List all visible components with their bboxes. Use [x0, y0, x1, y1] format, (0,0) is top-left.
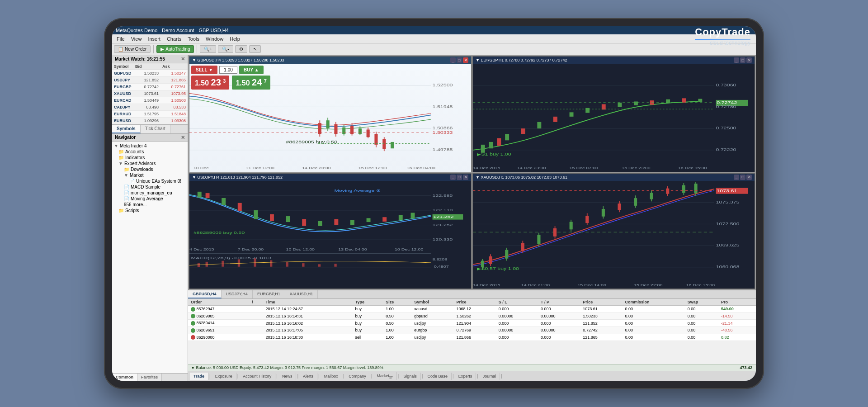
tab-trade[interactable]: Trade: [190, 373, 208, 380]
tab-alerts[interactable]: Alerts: [299, 373, 317, 380]
col-symbol: Symbol: [411, 299, 453, 306]
svg-text:▶S1 buy 1.00: ▶S1 buy 1.00: [477, 152, 511, 156]
tab-company[interactable]: Company: [345, 373, 370, 380]
td-slash: [249, 327, 263, 334]
svg-rect-111: [286, 262, 288, 266]
chart-xauusd-maximize[interactable]: □: [740, 175, 745, 180]
auto-trading-icon: ▶: [160, 47, 164, 52]
menu-charts[interactable]: Charts: [164, 36, 184, 42]
gbpusd-lot-input[interactable]: [219, 66, 237, 74]
chart-xauusd-minimize[interactable]: _: [734, 175, 739, 180]
menu-window[interactable]: Window: [203, 36, 226, 42]
td-tp: 0.00000: [538, 327, 580, 334]
chart-eurgbp-close[interactable]: ✕: [746, 57, 752, 63]
tab-exposure[interactable]: Exposure: [212, 373, 236, 380]
menu-view[interactable]: View: [128, 36, 145, 42]
chart-eurgbp-maximize[interactable]: □: [740, 57, 745, 63]
mw-row-eurusd[interactable]: EURUSD 1.09296 1.09308: [112, 118, 188, 124]
mw-row-cadjpy[interactable]: CADJPY 88.498 88.533: [112, 104, 188, 111]
nav-indicators[interactable]: 📁 Indicators: [113, 155, 187, 161]
table-row[interactable]: 86289651 2015.12.16 16:17:05 buy 1.00 eu…: [188, 327, 756, 334]
mw-row-eurcad[interactable]: EURCAD 1.50449 1.50503: [112, 97, 188, 104]
td-order: 86289414: [188, 320, 249, 327]
mw-row-euraud[interactable]: EURAUD 1.51795 1.51848: [112, 111, 188, 118]
mw-row-eurgbp[interactable]: EURGBP 0.72742 0.72761: [112, 84, 188, 90]
mw-row-gbpusd[interactable]: GBPUSD 1.50233 1.50247: [112, 70, 188, 77]
chart-gbpusd-close[interactable]: ✕: [463, 57, 468, 63]
nav-folder-icon: 📁: [118, 149, 124, 154]
nav-expert-advisors[interactable]: ▼ Expert Advisors: [113, 161, 187, 166]
zoom-out-button[interactable]: 🔍-: [218, 45, 233, 53]
balance-icon: ●: [192, 365, 194, 370]
tab-symbols[interactable]: Symbols: [112, 125, 141, 133]
chart-gbpusd-maximize[interactable]: □: [457, 57, 462, 63]
td-price: 0.72742: [580, 327, 622, 334]
chart-tab-eurgbp[interactable]: EURGBP,H1: [253, 290, 285, 298]
nav-downloads[interactable]: 📁 Downloads: [113, 166, 187, 172]
nav-accounts[interactable]: 📁 Accounts: [113, 149, 187, 155]
new-order-button[interactable]: 📋 New Order: [114, 45, 151, 53]
td-price-open: 121.866: [453, 334, 495, 341]
chart-gbpusd: ▼ GBPUSD,H4 1.50293 1.50327 1.50208 1.50…: [189, 56, 472, 172]
chart-gbpusd-minimize[interactable]: _: [450, 57, 456, 63]
mw-row-usdjpy[interactable]: USDJPY 121.852 121.865: [112, 77, 188, 84]
table-row[interactable]: 86289414 2015.12.16 16:16:02 buy 0.50 us…: [188, 320, 756, 327]
menu-file[interactable]: File: [114, 36, 127, 42]
td-sl: 0.00000: [496, 312, 538, 320]
td-swap: 0.00: [685, 312, 718, 320]
table-row[interactable]: 86290000 2015.12.16 16:18:30 sell 1.00 u…: [188, 334, 756, 341]
svg-text:121.252: 121.252: [433, 215, 453, 218]
properties-button[interactable]: ⚙: [235, 45, 247, 53]
chart-eurgbp-minimize[interactable]: _: [734, 57, 739, 63]
auto-trading-button[interactable]: ▶ AutoTrading: [156, 45, 194, 53]
nav-more-items[interactable]: 956 more...: [113, 202, 187, 208]
chart-usdjpy-maximize[interactable]: □: [457, 175, 462, 180]
main-content: Market Watch: 16:21:55 ✕ Symbol Bid Ask …: [112, 55, 756, 381]
tab-market[interactable]: Market57: [373, 372, 396, 380]
nav-moving-average[interactable]: 📄 Moving Average: [113, 196, 187, 202]
navigator-close[interactable]: ✕: [181, 135, 185, 141]
gbpusd-sell-button[interactable]: SELL ▼: [191, 66, 217, 74]
nav-market[interactable]: ▼ Market: [113, 172, 187, 178]
cursor-button[interactable]: ↖: [249, 45, 261, 53]
chart-usdjpy-close[interactable]: ✕: [463, 175, 468, 180]
tab-news[interactable]: News: [278, 373, 297, 380]
chart-usdjpy-minimize[interactable]: _: [450, 175, 456, 180]
buy-icon: [191, 328, 195, 333]
nav-money-manager[interactable]: 📄 money_manager_ea: [113, 190, 187, 196]
chart-tab-xauusd[interactable]: XAUUSD,H1: [285, 290, 318, 298]
menu-help[interactable]: Help: [227, 36, 243, 42]
market-watch-close[interactable]: ✕: [181, 56, 185, 62]
td-slash: [249, 334, 263, 341]
svg-rect-47: [570, 112, 574, 117]
svg-text:1075.375: 1075.375: [716, 200, 740, 204]
tab-code-base[interactable]: Code Base: [424, 373, 452, 380]
zoom-in-button[interactable]: 🔍+: [200, 45, 216, 53]
chart-tab-usdjpy[interactable]: USDJPY,H4: [222, 290, 253, 298]
svg-text:16 Dec 04:00: 16 Dec 04:00: [407, 166, 435, 170]
menu-tools[interactable]: Tools: [185, 36, 202, 42]
mw-row-xauusd[interactable]: XAUUSD 1073.61 1073.95: [112, 90, 188, 97]
tab-signals[interactable]: Signals: [400, 373, 421, 380]
tab-tick-chart[interactable]: Tick Chart: [141, 125, 170, 133]
tab-journal[interactable]: Journal: [479, 373, 500, 380]
tab-account-history[interactable]: Account History: [239, 373, 275, 380]
nav-tab-common[interactable]: Common: [112, 374, 137, 381]
table-row[interactable]: 86289005 2015.12.16 16:14:31 buy 0.50 gb…: [188, 312, 756, 320]
nav-metatrader4[interactable]: ▼ MetaTrader 4: [113, 143, 187, 149]
menu-insert[interactable]: Insert: [145, 36, 163, 42]
table-row[interactable]: 85762947 2015.12.14 12:24:37 buy 1.00 xa…: [188, 306, 756, 313]
svg-text:16 Dec 12:00: 16 Dec 12:00: [395, 248, 424, 251]
tab-mailbox[interactable]: Mailbox: [321, 373, 342, 380]
status-bar: ● Balance: 5 000.00 USD Equity: 5 473.42…: [188, 364, 756, 371]
nav-tab-favorites[interactable]: Favorites: [137, 374, 162, 381]
gbpusd-buy-button[interactable]: BUY ▲: [239, 66, 264, 74]
svg-text:MACD(12,26,9) -0.0035 -0.1813: MACD(12,26,9) -0.0035 -0.1813: [191, 256, 272, 260]
svg-rect-82: [302, 219, 306, 226]
tab-experts[interactable]: Experts: [455, 373, 476, 380]
nav-macd-sample[interactable]: 📄 MACD Sample: [113, 184, 187, 190]
nav-unique-eas[interactable]: 📄 Unique EAs System 0!: [113, 178, 187, 184]
chart-tab-gbpusd[interactable]: GBPUSD,H4: [188, 290, 222, 298]
nav-scripts[interactable]: 📁 Scripts: [113, 208, 187, 213]
chart-xauusd-close[interactable]: ✕: [746, 175, 752, 180]
